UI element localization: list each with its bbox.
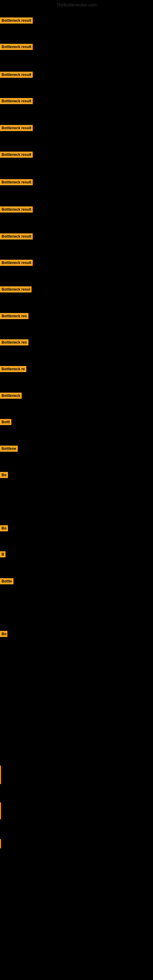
bottleneck-bar — [0, 839, 1, 848]
bottleneck-result-label: Bottleneck result — [0, 44, 33, 50]
bottleneck-result-label: Bottleneck resul — [0, 286, 32, 293]
bottleneck-result-label: Bottle — [0, 578, 13, 584]
bottleneck-result-label: Bottleneck result — [0, 18, 33, 24]
bottleneck-result-label: Bottleneck result — [0, 207, 33, 213]
bottleneck-result-label: Bottleneck res — [0, 339, 29, 345]
bottleneck-bar — [0, 802, 1, 819]
bottleneck-result-label: Bottleneck result — [0, 260, 33, 266]
bottleneck-result-label: Bottl — [0, 419, 11, 425]
bottleneck-result-label: Bottleneck result — [0, 233, 33, 240]
bottleneck-result-label: B — [0, 551, 5, 557]
bottleneck-result-label: Bottleneck result — [0, 125, 33, 131]
bottleneck-result-label: Bottleneck — [0, 393, 22, 399]
bottleneck-result-label: Bo — [0, 525, 8, 531]
bottleneck-result-label: Bottleneck result — [0, 98, 33, 104]
bottleneck-result-label: Bottleneck result — [0, 151, 33, 158]
bottleneck-result-label: Bottlene — [0, 445, 18, 452]
bottleneck-result-label: Bottleneck result — [0, 179, 33, 185]
bottleneck-bar — [0, 766, 1, 784]
bottleneck-result-label: Bottleneck result — [0, 72, 33, 78]
bottleneck-result-label: Bo — [0, 472, 8, 478]
bottleneck-result-label: Bo — [0, 631, 7, 637]
bottleneck-result-label: Bottleneck res — [0, 313, 29, 319]
site-title: TheBottlenecker.com — [0, 2, 153, 7]
bottleneck-result-label: Bottleneck re — [0, 366, 26, 372]
